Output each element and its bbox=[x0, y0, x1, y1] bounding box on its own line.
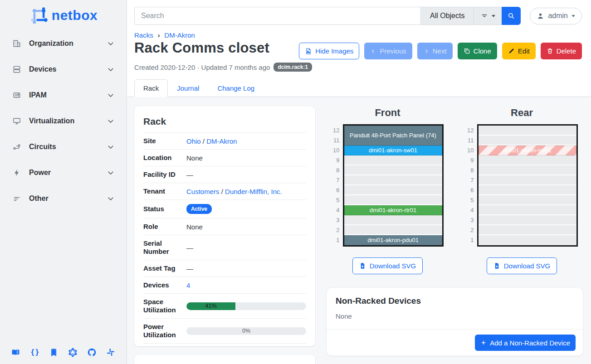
next-button[interactable]: Next bbox=[417, 43, 453, 59]
sidebar-item-organization[interactable]: Organization bbox=[5, 34, 121, 53]
rack-unit-empty[interactable] bbox=[344, 215, 442, 225]
rack-device-patch-panel[interactable]: Panduit 48-Port Patch Panel (74) bbox=[344, 126, 442, 146]
rack-device-sw01-rear[interactable]: dmi01-akron-sw01 bbox=[479, 146, 576, 155]
rack-unit-empty[interactable] bbox=[344, 155, 442, 165]
rack-device-sw01[interactable]: dmi01-akron-sw01 bbox=[344, 146, 442, 155]
plus-icon bbox=[480, 340, 487, 346]
tab-change-log[interactable]: Change Log bbox=[208, 79, 264, 97]
location-value: None bbox=[186, 150, 306, 166]
row-label: Devices bbox=[143, 277, 186, 294]
download-svg-rear-button[interactable]: Download SVG bbox=[487, 257, 557, 274]
rack-unit-empty[interactable] bbox=[479, 235, 576, 245]
add-non-racked-device-button[interactable]: Add a Non-Racked Device bbox=[475, 335, 576, 351]
rack-unit-empty[interactable] bbox=[479, 185, 576, 195]
space-utilization-bar: 41% bbox=[186, 302, 306, 310]
site-link[interactable]: DM-Akron bbox=[206, 137, 237, 145]
devices-count-link[interactable]: 4 bbox=[186, 281, 190, 289]
chevron-right-icon bbox=[423, 48, 430, 54]
sidebar-item-circuits[interactable]: Circuits bbox=[5, 138, 121, 156]
edit-button[interactable]: Edit bbox=[502, 43, 536, 59]
user-menu-dropdown[interactable]: admin bbox=[530, 8, 582, 24]
sidebar-item-other[interactable]: Other bbox=[5, 189, 121, 208]
table-row-asset-tag: Asset Tag — bbox=[143, 260, 306, 277]
search-scope-button[interactable]: All Objects bbox=[420, 7, 474, 25]
search-filter-button[interactable] bbox=[474, 7, 502, 25]
caret-down-icon bbox=[492, 15, 495, 17]
row-label: Role bbox=[143, 218, 186, 235]
tab-bar: Rack Journal Change Log bbox=[127, 72, 591, 97]
non-racked-footer: Add a Non-Racked Device bbox=[327, 329, 583, 356]
app-root: netbox Organization Devices bbox=[0, 0, 591, 364]
chevron-down-icon bbox=[107, 143, 115, 151]
building-icon bbox=[12, 39, 22, 49]
breadcrumb-link-racks[interactable]: Racks bbox=[134, 31, 153, 39]
search-submit-button[interactable] bbox=[502, 7, 521, 25]
chevron-left-icon bbox=[370, 48, 376, 54]
sidebar-item-virtualization[interactable]: Virtualization bbox=[5, 112, 121, 130]
object-id-badge: dcim.rack:1 bbox=[274, 63, 312, 72]
rear-rack-diagram: dmi01-akron-sw01 bbox=[477, 124, 578, 247]
row-label: Tenant bbox=[143, 183, 186, 200]
server-icon bbox=[12, 64, 22, 74]
search-input[interactable] bbox=[134, 7, 420, 25]
chevron-down-icon bbox=[107, 169, 115, 177]
tenant-link[interactable]: Dunder-Mifflin, Inc. bbox=[225, 188, 282, 195]
netbox-logo-text: netbox bbox=[52, 8, 98, 23]
slack-icon[interactable] bbox=[106, 347, 116, 357]
file-download-icon bbox=[493, 262, 500, 269]
created-updated-text: Created 2020-12-20 · Updated 7 months ag… bbox=[134, 63, 270, 71]
rack-unit-empty[interactable] bbox=[344, 225, 442, 235]
table-row-status: Status Active bbox=[143, 200, 306, 218]
rack-unit-empty[interactable] bbox=[344, 175, 442, 185]
breadcrumb-link-dm-akron[interactable]: DM-Akron bbox=[164, 31, 195, 39]
rear-title: Rear bbox=[466, 106, 578, 124]
sidebar-item-devices[interactable]: Devices bbox=[5, 60, 121, 78]
table-row-tenant: Tenant Customers / Dunder-Mifflin, Inc. bbox=[143, 183, 306, 200]
hide-images-button[interactable]: Hide Images bbox=[299, 43, 359, 59]
previous-button[interactable]: Previous bbox=[364, 43, 412, 59]
rest-api-icon[interactable]: { } bbox=[30, 347, 40, 357]
netbox-logo[interactable]: netbox bbox=[0, 0, 127, 33]
rack-unit-empty[interactable] bbox=[479, 155, 576, 165]
github-icon[interactable] bbox=[87, 347, 97, 357]
rack-unit-empty[interactable] bbox=[479, 225, 576, 235]
copy-icon bbox=[464, 48, 470, 54]
download-svg-front-button[interactable]: Download SVG bbox=[352, 257, 423, 274]
rack-unit-empty[interactable] bbox=[479, 175, 576, 185]
rack-unit-empty[interactable] bbox=[479, 165, 576, 175]
ip-binary-icon bbox=[12, 90, 22, 100]
main-area: All Objects bbox=[127, 0, 591, 364]
sidebar-item-ipam[interactable]: IPAM bbox=[5, 86, 121, 104]
tab-journal[interactable]: Journal bbox=[168, 79, 208, 97]
site-group-link[interactable]: Ohio bbox=[186, 137, 201, 145]
content-area: Rack Site Ohio / DM-Akron Location None bbox=[127, 97, 591, 364]
table-row-space-utilization: Space Utilization 41% bbox=[143, 294, 306, 319]
rack-unit-empty[interactable] bbox=[479, 215, 576, 225]
sidebar: netbox Organization Devices bbox=[0, 0, 127, 364]
rack-device-rtr01[interactable]: dmi01-akron-rtr01 bbox=[344, 205, 442, 215]
rack-unit-empty[interactable] bbox=[344, 195, 442, 205]
api-journal-icon[interactable] bbox=[49, 347, 59, 357]
chevron-down-icon bbox=[107, 65, 115, 73]
clone-button[interactable]: Clone bbox=[458, 43, 497, 59]
rack-info-card: Rack Site Ohio / DM-Akron Location None bbox=[134, 106, 315, 346]
non-racked-title: Non-Racked Devices bbox=[336, 296, 574, 312]
image-file-icon bbox=[305, 48, 312, 55]
tenant-group-link[interactable]: Customers bbox=[186, 188, 220, 195]
rack-unit-empty[interactable] bbox=[479, 195, 576, 205]
row-label: Serial Number bbox=[143, 235, 186, 260]
rack-unit-empty[interactable] bbox=[344, 185, 442, 195]
docs-icon[interactable] bbox=[11, 347, 21, 357]
sidebar-item-power[interactable]: Power bbox=[5, 164, 121, 182]
rack-unit-empty[interactable] bbox=[479, 126, 576, 136]
space-utilization-fill: 41% bbox=[186, 302, 235, 310]
tab-rack[interactable]: Rack bbox=[134, 79, 168, 97]
rack-device-pdu01[interactable]: dmi01-akron-pdu01 bbox=[344, 235, 442, 245]
rack-unit-empty[interactable] bbox=[479, 205, 576, 215]
serial-number-value: — bbox=[186, 235, 306, 260]
delete-button[interactable]: Delete bbox=[541, 43, 582, 59]
netbox-logo-icon bbox=[29, 5, 49, 25]
rack-unit-empty[interactable] bbox=[344, 165, 442, 175]
graphql-icon[interactable] bbox=[68, 347, 78, 357]
rack-unit-empty[interactable] bbox=[479, 136, 576, 146]
